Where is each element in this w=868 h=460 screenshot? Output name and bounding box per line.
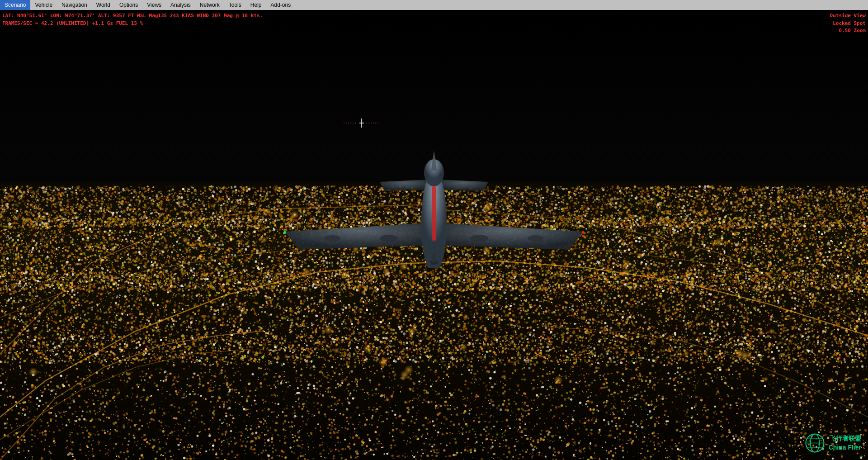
svg-point-15 (528, 235, 544, 242)
hud-telemetry: LAT: N40°51.61' LON: W74°71.37' ALT: 935… (2, 12, 263, 27)
watermark-globe-icon (805, 433, 825, 453)
svg-point-13 (324, 235, 340, 242)
hud-view-line3: 0.50 Zoom (830, 27, 866, 35)
menu-analysis[interactable]: Analysis (166, 0, 195, 10)
hud-view-info: Outside View Locked Spot 0.50 Zoom (830, 12, 866, 35)
hud-line1: LAT: N40°51.61' LON: W74°71.37' ALT: 935… (2, 12, 263, 20)
menu-options[interactable]: Options (115, 0, 142, 10)
menu-views[interactable]: Views (142, 0, 166, 10)
svg-point-16 (283, 231, 286, 234)
svg-rect-19 (432, 253, 436, 263)
menu-navigation[interactable]: Navigation (57, 0, 92, 10)
menu-world[interactable]: World (92, 0, 115, 10)
menu-help[interactable]: Help (246, 0, 266, 10)
menu-scenario[interactable]: Scenario (0, 0, 30, 10)
crosshair-reticle (344, 119, 371, 132)
menu-addons[interactable]: Add-ons (266, 0, 295, 10)
svg-marker-6 (380, 180, 429, 191)
svg-point-17 (582, 231, 585, 234)
svg-rect-11 (432, 186, 436, 241)
menu-tools[interactable]: Tools (224, 0, 246, 10)
svg-marker-7 (439, 180, 488, 191)
aircraft (262, 141, 606, 268)
svg-marker-5 (434, 223, 583, 250)
hud-view-line2: Locked Spot (830, 20, 866, 28)
svg-point-12 (380, 235, 398, 242)
svg-point-14 (470, 235, 488, 242)
watermark-label: 飞行者联盟 China Flier (829, 434, 861, 452)
menu-network[interactable]: Network (195, 0, 224, 10)
hud-line2: FRAMES/SEC = 42.2 (UNLIMITED) +1.1 Gs FU… (2, 20, 263, 28)
watermark: 飞行者联盟 China Flier (805, 433, 861, 453)
menu-vehicle[interactable]: Vehicle (30, 0, 57, 10)
simulator-view: LAT: N40°51.61' LON: W74°71.37' ALT: 935… (0, 10, 868, 460)
menu-bar: Scenario Vehicle Navigation World Option… (0, 0, 868, 10)
svg-marker-4 (285, 223, 434, 250)
hud-view-line1: Outside View (830, 12, 866, 20)
